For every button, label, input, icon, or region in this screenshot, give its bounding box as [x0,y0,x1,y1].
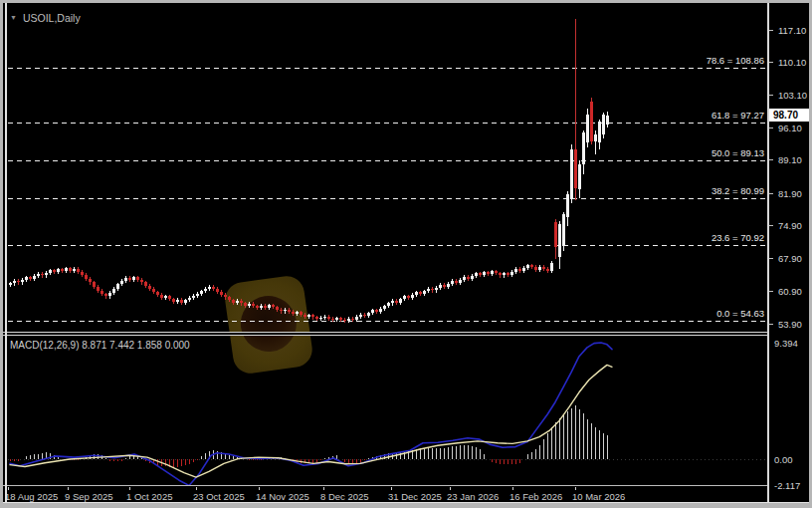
price-axis[interactable]: 117.10110.10103.1096.1089.1081.9074.9067… [767,3,809,502]
date-axis-label: 14 Nov 2025 [256,491,309,502]
candle-body-bear [77,269,80,272]
chevron-down-icon: ▼ [10,13,17,23]
chart-client-area: 78.6 = 108.8661.8 = 97.2750.0 = 89.1338.… [3,3,809,505]
candle-body-bull [9,283,12,285]
candle-body-bull [399,299,402,302]
date-axis-label: 1 Oct 2025 [126,491,172,502]
candle-body-bull [367,313,370,316]
candle-body-bull [296,312,299,314]
candle-body-bear [375,310,378,312]
candle-body-bull [522,268,525,271]
price-axis-label: 53.90 [778,319,802,330]
candle-body-bear [554,222,557,247]
window-left-bevel [5,3,7,502]
date-axis-tick [575,487,576,490]
candle-body-bull [514,269,517,272]
date-axis-label: 10 Mar 2026 [572,491,625,502]
candle-body-bear [144,282,147,285]
macd-pane[interactable] [3,336,767,485]
candle-body-bear [224,295,227,298]
candle-body-bull [164,296,167,298]
candle-body-bear [152,289,155,292]
candle-body-bull [570,149,573,199]
candle-body-bull [459,280,462,283]
candle-body-bear [395,301,398,303]
candle-body-bull [578,164,581,189]
macd-axis-label: 9.394 [774,338,798,349]
current-price-tag: 98.70 [769,109,809,122]
date-axis-tick [68,487,69,490]
price-axis-tick [769,159,773,160]
candle-body-bull [383,306,386,309]
candle-body-bull [538,267,541,270]
fib-level-label: 50.0 = 89.13 [711,147,764,158]
candle-body-bear [264,306,267,308]
date-axis-label: 9 Sep 2025 [65,491,113,502]
candle-body-bull [566,194,569,217]
date-axis-label: 18 Aug 2025 [5,491,58,502]
price-axis-label: 110.10 [778,57,806,68]
candle-body-bull [415,292,418,295]
candle-body-bull [57,269,60,272]
candle-body-bull [602,115,605,134]
candle-body-bull [49,270,52,272]
candle-body-bear [101,291,103,294]
candle-body-bear [419,292,422,294]
candle-body-bull [45,273,48,276]
candle-body-bear [431,289,434,291]
price-axis-tick [769,291,773,292]
candle-body-bear [546,269,549,271]
candle-body-bear [304,315,306,317]
candle-body-bull [371,310,374,313]
date-axis[interactable]: 18 Aug 20259 Sep 20251 Oct 202523 Oct 20… [3,485,767,503]
candle-body-bull [116,284,119,288]
candle-body-bear [180,300,183,303]
candle-body-bear [530,265,533,267]
candle-body-bear [29,277,32,279]
macd-axis-label: 0.00 [774,454,793,465]
price-axis-label: 103.10 [778,90,807,101]
candle-body-bear [499,273,502,275]
candle-body-bear [407,296,410,298]
price-pane[interactable]: 78.6 = 108.8661.8 = 97.2750.0 = 89.1338.… [3,3,767,332]
date-axis-label: 8 Dec 2025 [320,491,369,502]
candle-body-bear [156,292,159,295]
candle-body-bear [93,282,96,286]
candle-body-bull [411,295,414,298]
candle-body-bull [451,281,454,284]
macd-indicator-label: MACD(12,26,9) 8.871 7.442 1.858 0.000 [10,340,190,351]
candle-body-bull [598,122,601,142]
symbol-timeframe-label[interactable]: ▼ USOIL,Daily [10,12,81,24]
candle-body-bull [463,277,466,280]
candle-body-bull [112,289,115,293]
fib-level-label: 0.0 = 54.63 [716,308,764,319]
candle-body-bear [300,312,303,314]
candle-body-bull [387,303,390,306]
candle-body-bull [307,315,310,317]
candle-body-bear [252,304,255,306]
candle-body-bear [479,273,482,275]
price-axis-tick [769,258,773,259]
candle-body-bear [327,317,330,319]
price-axis-tick [769,225,773,226]
candle-body-bear [276,307,279,309]
price-axis-tick [769,30,773,31]
candle-body-bull [33,276,36,279]
candle-body-bear [104,294,107,296]
pane-divider[interactable] [3,332,767,336]
candle-body-bull [204,289,207,292]
candle-body-bear [351,319,354,320]
date-axis-tick [512,487,513,490]
candle-body-bull [558,224,561,257]
date-axis-label: 16 Feb 2026 [509,491,562,502]
candle-body-bull [132,277,135,280]
candle-body-bull [108,293,111,297]
candle-body-bull [439,285,442,288]
date-axis-label: 23 Jan 2026 [447,491,499,502]
date-axis-tick [450,487,451,490]
candle-body-bull [208,287,211,289]
date-axis-tick [8,487,9,490]
candle-body-bull [586,115,589,142]
candle-body-bull [483,272,486,275]
candle-body-bull [447,284,450,287]
